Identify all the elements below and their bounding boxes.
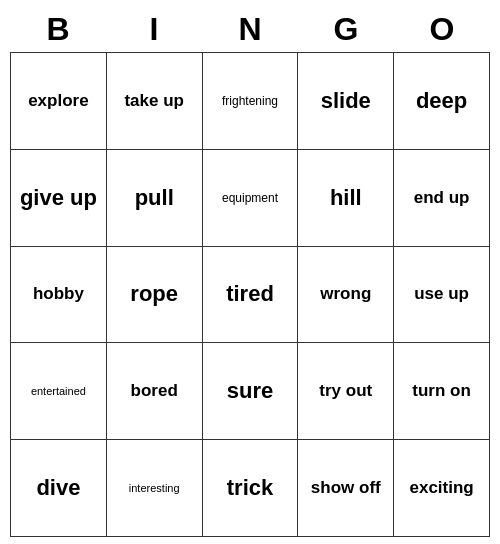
cell-r1-c4: end up bbox=[394, 150, 490, 247]
bingo-card: BINGO exploretake upfrighteningslidedeep… bbox=[10, 7, 490, 537]
cell-r0-c1: take up bbox=[107, 53, 203, 150]
cell-r1-c0: give up bbox=[11, 150, 107, 247]
cell-r2-c4: use up bbox=[394, 247, 490, 344]
cell-r3-c2: sure bbox=[203, 343, 299, 440]
cell-r1-c2: equipment bbox=[203, 150, 299, 247]
header-letter: O bbox=[394, 7, 490, 52]
cell-r4-c1: interesting bbox=[107, 440, 203, 537]
cell-r0-c2: frightening bbox=[203, 53, 299, 150]
cell-r1-c1: pull bbox=[107, 150, 203, 247]
bingo-grid: exploretake upfrighteningslidedeepgive u… bbox=[10, 52, 490, 537]
cell-r2-c3: wrong bbox=[298, 247, 394, 344]
cell-r3-c3: try out bbox=[298, 343, 394, 440]
cell-r3-c1: bored bbox=[107, 343, 203, 440]
header-letter: N bbox=[202, 7, 298, 52]
header-letter: I bbox=[106, 7, 202, 52]
header-letter: G bbox=[298, 7, 394, 52]
cell-r2-c0: hobby bbox=[11, 247, 107, 344]
cell-r4-c4: exciting bbox=[394, 440, 490, 537]
cell-r3-c4: turn on bbox=[394, 343, 490, 440]
cell-r4-c2: trick bbox=[203, 440, 299, 537]
cell-r2-c1: rope bbox=[107, 247, 203, 344]
cell-r2-c2: tired bbox=[203, 247, 299, 344]
cell-r0-c0: explore bbox=[11, 53, 107, 150]
header-letter: B bbox=[10, 7, 106, 52]
cell-r0-c3: slide bbox=[298, 53, 394, 150]
cell-r1-c3: hill bbox=[298, 150, 394, 247]
cell-r0-c4: deep bbox=[394, 53, 490, 150]
cell-r4-c3: show off bbox=[298, 440, 394, 537]
cell-r3-c0: entertained bbox=[11, 343, 107, 440]
cell-r4-c0: dive bbox=[11, 440, 107, 537]
bingo-header: BINGO bbox=[10, 7, 490, 52]
